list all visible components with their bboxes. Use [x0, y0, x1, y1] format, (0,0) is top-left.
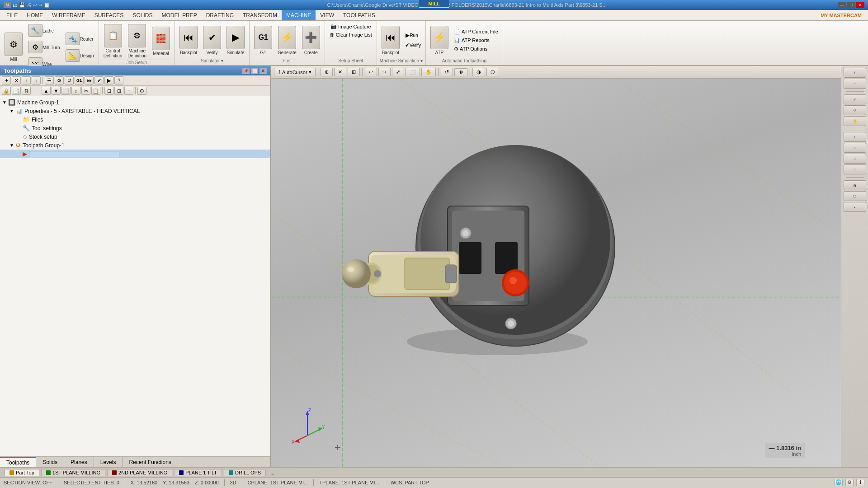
- rp-pan-button[interactable]: ✋: [844, 116, 866, 126]
- autocursor-button[interactable]: ⤴ AutoCursor ▾: [274, 68, 316, 76]
- backplot-button[interactable]: ⏮ Backplot: [178, 24, 199, 56]
- ms-run-button[interactable]: ▶ Run: [404, 31, 422, 40]
- pin-button[interactable]: 📌: [242, 68, 250, 74]
- atp-current-file-button[interactable]: 📄 ATP Current File: [452, 28, 500, 36]
- tb-arrow-up2[interactable]: ▲: [42, 87, 51, 95]
- tb-regen-button[interactable]: ↺: [65, 76, 74, 84]
- tb-copy-button[interactable]: 📋: [91, 87, 100, 95]
- menu-surfaces[interactable]: SURFACES: [90, 10, 128, 20]
- tb-backplot-button[interactable]: ⏮: [85, 76, 94, 84]
- mill-button[interactable]: ⚙ Mill: [3, 31, 24, 63]
- create-button[interactable]: ➕ Create: [300, 24, 322, 56]
- tb-g1-button[interactable]: G1: [75, 76, 84, 84]
- tb-simulate-button[interactable]: ▶: [104, 76, 113, 84]
- btab-levels[interactable]: Levels: [94, 457, 123, 467]
- rp-rotate-button[interactable]: ↺: [844, 105, 866, 115]
- tb-verify-button[interactable]: ✔: [94, 76, 104, 84]
- rp-view1-button[interactable]: 1: [844, 132, 866, 142]
- tb-new-button[interactable]: ✦: [2, 76, 11, 84]
- ptab-1st-plane[interactable]: 1ST PLANE MILLING: [41, 469, 105, 476]
- tb-move-up-button[interactable]: ↑: [22, 76, 31, 84]
- menu-view[interactable]: VIEW: [316, 10, 339, 20]
- menu-wireframe[interactable]: WIREFRAME: [47, 10, 90, 20]
- ptab-more-button[interactable]: ...: [268, 469, 277, 476]
- menu-file[interactable]: FILE: [2, 10, 22, 20]
- tb-list-button[interactable]: ≡: [124, 87, 133, 95]
- machine-definition-button[interactable]: ⚙ MachineDefinition: [126, 23, 148, 60]
- maximize-button[interactable]: □: [847, 2, 855, 8]
- vp-undo-button[interactable]: ↩: [365, 68, 377, 76]
- ptab-2nd-plane[interactable]: 2ND PLANE MILLING: [107, 469, 172, 476]
- close-panel-button[interactable]: ✕: [259, 68, 267, 74]
- menu-home[interactable]: HOME: [22, 10, 47, 20]
- btab-planes[interactable]: Planes: [64, 457, 94, 467]
- rp-render-button[interactable]: ◑: [844, 180, 866, 190]
- btab-toolpaths[interactable]: Toolpaths: [0, 457, 36, 467]
- vp-zoom-fit-button[interactable]: ⤢: [392, 68, 404, 76]
- vp-wireframe-button[interactable]: ⬡: [486, 68, 499, 76]
- material-button[interactable]: 🧱 Material: [150, 25, 172, 57]
- tree-new-entry[interactable]: ▶: [0, 150, 270, 158]
- tb-move-down-button[interactable]: ↓: [32, 76, 41, 84]
- menu-machine[interactable]: MACHINE: [282, 10, 316, 20]
- ptab-part-top[interactable]: Part Top: [5, 469, 39, 476]
- tb-layers-button[interactable]: 📑: [12, 87, 21, 95]
- status-settings-button[interactable]: ⚙: [845, 479, 854, 486]
- vp-pan-button[interactable]: ✋: [421, 68, 436, 76]
- design-button[interactable]: 📐 Design: [64, 48, 96, 63]
- mill-turn-button[interactable]: ⚙ Mill-Turn: [26, 39, 62, 55]
- tree-machine-group[interactable]: ▼ 🔲 Machine Group-1: [0, 98, 270, 107]
- lathe-button[interactable]: 🔧 Lathe: [26, 23, 62, 38]
- tb-delete-button[interactable]: ✕: [12, 76, 21, 84]
- router-button[interactable]: 🔩 Router: [64, 31, 96, 47]
- tree-files[interactable]: 📁 Files: [0, 115, 270, 124]
- minimize-button[interactable]: —: [838, 2, 846, 8]
- tree-toolpath-group[interactable]: ▼ ⚙ Toolpath Group-1: [0, 141, 270, 150]
- snap-grid-button[interactable]: ⊞: [348, 68, 360, 76]
- rp-zoom-out-button[interactable]: −: [844, 79, 866, 89]
- rp-view2-button[interactable]: 2: [844, 143, 866, 153]
- control-definition-button[interactable]: 📋 ControlDefinition: [102, 23, 124, 60]
- tree-properties[interactable]: ▼ 📊 Properties - 5 - AXIS TABLE - HEAD V…: [0, 107, 270, 115]
- tb-help-button[interactable]: ?: [114, 76, 123, 84]
- vp-zoom-window-button[interactable]: ⬜: [406, 68, 420, 76]
- mill-tab[interactable]: MILL: [419, 0, 449, 8]
- menu-toolpaths[interactable]: TOOLPATHS: [339, 10, 380, 20]
- btab-recent-functions[interactable]: Recent Functions: [123, 457, 178, 467]
- snap-x-button[interactable]: ✕: [334, 68, 346, 76]
- tb-ungroup-button[interactable]: ↕: [71, 87, 80, 95]
- tb-select-all-button[interactable]: ☰: [45, 76, 54, 84]
- tb-sort-button[interactable]: ⇅: [22, 87, 31, 95]
- tb-arrow-down2[interactable]: ▼: [52, 87, 61, 95]
- verify-button[interactable]: ✔ Verify: [201, 24, 223, 56]
- ptab-drill-ops[interactable]: DRILL OPS: [224, 469, 266, 476]
- rp-fit-button[interactable]: ⤢: [844, 94, 866, 104]
- clear-image-button[interactable]: 🗑 Clear Image List: [328, 31, 374, 38]
- status-globe-button[interactable]: 🌐: [835, 479, 843, 486]
- ms-verify-button[interactable]: ✔ Verify: [403, 41, 423, 50]
- g1-button[interactable]: G1 G1: [252, 24, 274, 56]
- menu-transform[interactable]: TRANSFORM: [238, 10, 282, 20]
- rp-shade-button[interactable]: ▪: [844, 202, 866, 212]
- btab-solids[interactable]: Solids: [36, 457, 64, 467]
- atp-button[interactable]: ⚡ ATP: [429, 24, 450, 56]
- ms-backplot-button[interactable]: ⏮ Backplot: [380, 24, 401, 56]
- rp-view3-button[interactable]: 3: [844, 154, 866, 164]
- ptab-plane-1-tilt[interactable]: PLANE 1 TILT: [174, 469, 222, 476]
- atp-reports-button[interactable]: 📊 ATP Reports: [452, 37, 500, 44]
- snap-button[interactable]: ⊕: [321, 68, 333, 76]
- image-capture-button[interactable]: 📷 Image Capture: [329, 23, 373, 30]
- tb-display-button[interactable]: ⚙: [137, 87, 146, 95]
- rp-view4-button[interactable]: 4: [844, 164, 866, 174]
- vp-view-button[interactable]: 👁: [454, 68, 467, 76]
- tb-check2-button[interactable]: ⊞: [114, 87, 123, 95]
- vp-rotate-button[interactable]: ↺: [441, 68, 453, 76]
- rp-wire-button[interactable]: ⬡: [844, 191, 866, 201]
- tb-check-button[interactable]: ⊡: [104, 87, 113, 95]
- new-entry-input[interactable]: [29, 151, 119, 157]
- generate-button[interactable]: ⚡ Generate: [276, 24, 298, 56]
- vp-shading-button[interactable]: ◑: [472, 68, 485, 76]
- menu-model-prep[interactable]: MODEL PREP: [157, 10, 201, 20]
- float-button[interactable]: ⬜: [251, 68, 258, 74]
- menu-drafting[interactable]: DRAFTING: [202, 10, 238, 20]
